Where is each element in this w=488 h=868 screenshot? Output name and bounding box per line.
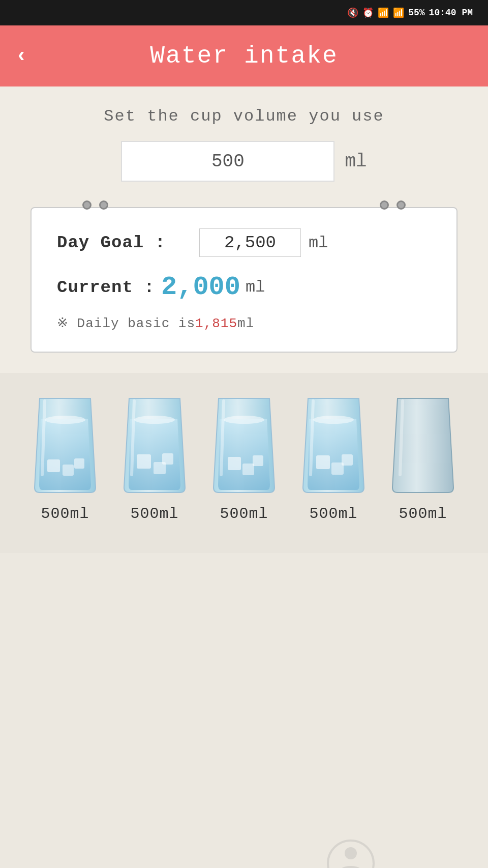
alarm-icon: ⏰ <box>362 7 374 18</box>
svg-rect-6 <box>162 453 173 465</box>
svg-rect-4 <box>137 454 151 469</box>
svg-point-11 <box>224 416 264 424</box>
glass-svg-2 <box>119 393 190 495</box>
svg-rect-0 <box>47 459 60 472</box>
day-goal-unit: ml <box>309 234 328 252</box>
daily-basic-unit: ml <box>237 316 254 331</box>
pin-3 <box>380 200 389 210</box>
daily-basic-value: 1,815 <box>195 316 237 331</box>
current-label: Current : <box>57 278 159 297</box>
set-cup-label: Set the cup volume you use <box>30 107 458 126</box>
lower-area: 다신 <box>0 553 488 868</box>
glass-svg-5 <box>387 393 459 495</box>
pin-1 <box>82 200 92 210</box>
day-goal-label: Day Goal : <box>57 233 199 252</box>
svg-point-3 <box>45 416 85 424</box>
glasses-section: 500ml <box>0 373 488 553</box>
current-value: 2,000 <box>161 272 240 302</box>
svg-rect-12 <box>316 455 330 469</box>
glass-item-3[interactable]: 500ml <box>208 393 280 523</box>
glass-label-3: 500ml <box>220 505 268 523</box>
current-row: Current : 2,000 ml <box>57 272 431 302</box>
time-label: 10:40 PM <box>429 8 473 18</box>
daily-basic-prefix: ※ Daily basic is <box>57 316 195 331</box>
mute-icon: 🔇 <box>347 7 358 18</box>
glass-item-1[interactable]: 500ml <box>29 393 101 523</box>
svg-rect-10 <box>253 455 263 466</box>
pin-group-left <box>82 200 108 210</box>
day-goal-row: Day Goal : ml <box>57 228 431 257</box>
glass-label-2: 500ml <box>130 505 178 523</box>
glass-svg-1 <box>29 393 101 495</box>
watermark-icon <box>325 838 376 868</box>
svg-point-7 <box>134 416 175 424</box>
signal-icon: 📶 <box>393 7 404 18</box>
glass-item-5[interactable]: 500ml <box>387 393 459 523</box>
notepad-card: Day Goal : ml Current : 2,000 ml ※ Daily… <box>30 207 458 353</box>
day-goal-input[interactable] <box>199 228 301 257</box>
svg-rect-1 <box>63 465 74 476</box>
page-title: Water intake <box>150 42 338 70</box>
svg-rect-8 <box>228 457 241 470</box>
battery-label: 55% <box>408 8 424 18</box>
glass-item-2[interactable]: 500ml <box>119 393 190 523</box>
svg-rect-2 <box>74 458 84 469</box>
glasses-row: 500ml <box>10 393 478 523</box>
status-bar: 🔇 ⏰ 📶 📶 55% 10:40 PM <box>0 0 488 25</box>
glass-label-1: 500ml <box>41 505 89 523</box>
svg-rect-14 <box>342 454 353 466</box>
main-content: Set the cup volume you use ml Day Goal :… <box>0 86 488 373</box>
pin-4 <box>396 200 406 210</box>
cup-volume-row: ml <box>30 141 458 182</box>
wifi-icon: 📶 <box>378 7 389 18</box>
glass-svg-4 <box>298 393 369 495</box>
svg-point-17 <box>345 847 357 859</box>
glass-item-4[interactable]: 500ml <box>298 393 369 523</box>
glass-label-4: 500ml <box>309 505 357 523</box>
svg-point-15 <box>313 416 354 424</box>
glass-svg-3 <box>208 393 280 495</box>
glass-label-5: 500ml <box>399 505 447 523</box>
header: ‹ Water intake <box>0 25 488 86</box>
back-button[interactable]: ‹ <box>15 45 27 68</box>
status-icons: 🔇 ⏰ 📶 📶 55% 10:40 PM <box>347 7 473 18</box>
cup-volume-input[interactable] <box>121 141 334 182</box>
notepad-pins <box>32 200 456 210</box>
daily-basic: ※ Daily basic is1,815ml <box>57 315 431 331</box>
current-unit: ml <box>246 278 265 297</box>
pin-group-right <box>380 200 406 210</box>
pin-2 <box>99 200 108 210</box>
cup-ml-unit: ml <box>345 151 367 172</box>
svg-rect-9 <box>242 464 254 475</box>
